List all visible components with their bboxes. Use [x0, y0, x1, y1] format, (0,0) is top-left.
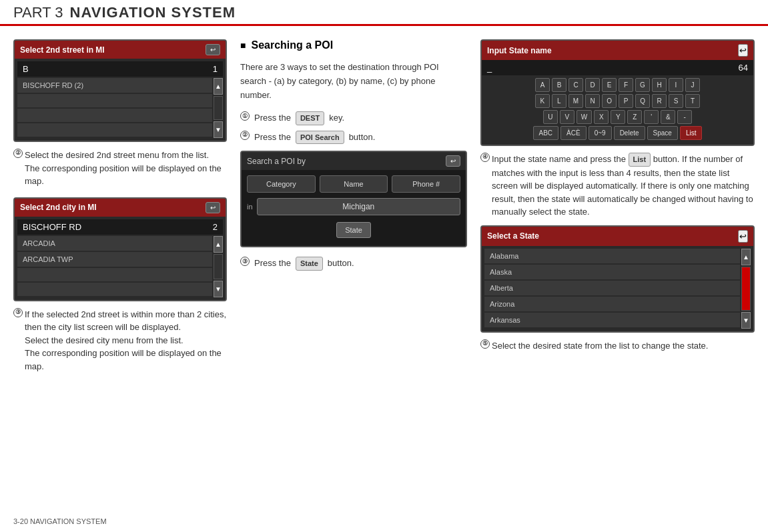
kbd-input-value: _ — [487, 63, 492, 73]
kbd-key-H[interactable]: H — [652, 78, 667, 92]
kbd-key-ace[interactable]: ÀCÈ — [560, 126, 587, 140]
kbd-key-B[interactable]: B — [552, 78, 566, 92]
kbd-key-X[interactable]: X — [594, 110, 609, 124]
kbd-key-J[interactable]: J — [685, 78, 700, 92]
scroll-down-btn[interactable]: ▼ — [214, 121, 223, 138]
kbd-row-2: K L M N O P Q R S T — [484, 94, 751, 108]
kbd-key-I[interactable]: I — [669, 78, 683, 92]
category-btn[interactable]: Category — [247, 175, 316, 193]
screen1-back-btn[interactable]: ↩ — [206, 44, 220, 55]
kbd-key-abc[interactable]: ABC — [533, 126, 559, 140]
list-item[interactable]: ARCADIA — [17, 236, 212, 251]
kbd-key-C[interactable]: C — [568, 78, 583, 92]
screen2-input-value: BISCHOFF RD — [23, 222, 81, 232]
step-circle-3: ③ — [13, 308, 23, 317]
state-scroll-area: Alabama Alaska Alberta Arizona Arkansas … — [484, 249, 751, 329]
scroll-track — [741, 267, 751, 311]
list-item[interactable]: Alberta — [484, 281, 740, 295]
step-num-2: ② — [240, 131, 250, 140]
name-btn[interactable]: Name — [320, 175, 388, 193]
kbd-key-V[interactable]: V — [560, 110, 574, 124]
list-item[interactable]: Arkansas — [484, 313, 740, 327]
kbd-key-delete[interactable]: Delete — [614, 126, 645, 140]
poi-in-label: in — [247, 203, 253, 211]
kbd-key-09[interactable]: 0~9 — [589, 126, 612, 140]
list-item[interactable] — [17, 283, 212, 296]
kbd-key-space[interactable]: Space — [647, 126, 678, 140]
list-item[interactable]: Alabama — [484, 249, 740, 263]
kbd-key-G[interactable]: G — [635, 78, 650, 92]
kbd-key-F[interactable]: F — [619, 78, 633, 92]
footer-text: 3-20 NAVIGATION SYSTEM — [13, 517, 107, 525]
poi-state-btn[interactable]: State — [336, 222, 371, 238]
poi-screen-header: Search a POI by ↩ — [242, 152, 466, 170]
kbd-row-1: A B C D E F G H I J — [484, 78, 751, 92]
step-circle-5: ⑤ — [480, 339, 490, 349]
kbd-key-K[interactable]: K — [535, 94, 550, 108]
list-item[interactable]: BISCHOFF RD (2) — [17, 78, 212, 93]
intro-text: There are 3 ways to set the destination … — [240, 61, 467, 102]
poi-back-btn[interactable]: ↩ — [446, 155, 460, 167]
list-item[interactable] — [17, 123, 212, 137]
kbd-key-E[interactable]: E — [602, 78, 617, 92]
kbd-key-U[interactable]: U — [543, 110, 558, 124]
kbd-key-S[interactable]: S — [669, 94, 683, 108]
kbd-key-list[interactable]: List — [680, 126, 703, 140]
kbd-key-R[interactable]: R — [652, 94, 667, 108]
kbd-key-M[interactable]: M — [568, 94, 583, 108]
poi-search-button-label[interactable]: POI Search — [296, 131, 344, 145]
list-item[interactable] — [17, 268, 212, 281]
state-button-label[interactable]: State — [296, 257, 323, 271]
dest-button-label[interactable]: DEST — [296, 111, 324, 125]
screen2-list: ARCADIA ARCADIA TWP — [17, 236, 212, 297]
state-select-screen: Select a State ↩ Alabama Alaska Alberta … — [480, 225, 755, 333]
city-select-screen-2: Select 2nd city in MI ↩ BISCHOFF RD 2 AR… — [13, 197, 227, 301]
kbd-key-W[interactable]: W — [577, 110, 592, 124]
kbd-key-Y[interactable]: Y — [611, 110, 625, 124]
scroll-up-btn[interactable]: ▲ — [214, 236, 223, 253]
screen1-input: B 1 — [17, 61, 223, 77]
scroll-down-btn[interactable]: ▼ — [741, 312, 751, 329]
list-item[interactable] — [17, 109, 212, 122]
step-1: ① Press the DEST key. — [240, 111, 467, 125]
poi-location-row: in Michigan — [247, 198, 460, 215]
kbd-back-btn[interactable]: ↩ — [738, 44, 748, 57]
poi-location-btn[interactable]: Michigan — [257, 198, 460, 215]
kbd-key-P[interactable]: P — [619, 94, 633, 108]
kbd-key-T[interactable]: T — [685, 94, 700, 108]
scroll-track — [214, 254, 223, 279]
kbd-body: A B C D E F G H I J K L M N O — [482, 75, 753, 145]
kbd-key-apostrophe[interactable]: ' — [644, 110, 659, 124]
screen2-back-btn[interactable]: ↩ — [206, 202, 220, 213]
scroll-down-btn[interactable]: ▼ — [214, 281, 223, 297]
kbd-input-count: 64 — [739, 63, 748, 73]
scroll-track — [214, 96, 223, 120]
kbd-key-O[interactable]: O — [602, 94, 617, 108]
kbd-key-Z[interactable]: Z — [627, 110, 642, 124]
kbd-key-D[interactable]: D — [585, 78, 600, 92]
section-title: Searching a POI — [240, 39, 467, 51]
middle-column: Searching a POI There are 3 ways to set … — [240, 39, 467, 521]
scroll-up-btn[interactable]: ▲ — [741, 249, 751, 265]
scroll-up-btn[interactable]: ▲ — [214, 78, 223, 95]
kbd-key-N[interactable]: N — [585, 94, 600, 108]
kbd-key-A[interactable]: A — [535, 78, 550, 92]
kbd-input-row: _ 64 — [482, 60, 753, 75]
street-select-screen-1: Select 2nd street in MI ↩ B 1 BISCHOFF R… — [13, 39, 227, 142]
kbd-key-ampersand[interactable]: & — [661, 110, 675, 124]
step-num-1: ① — [240, 111, 250, 121]
page-title: NAVIGATION SYSTEM — [70, 4, 236, 21]
list-item[interactable]: Arizona — [484, 297, 740, 311]
list-btn-inline[interactable]: List — [629, 153, 651, 167]
list-item[interactable] — [17, 94, 212, 107]
poi-screen-title: Search a POI by — [247, 157, 306, 166]
kbd-key-Q[interactable]: Q — [635, 94, 650, 108]
desc-step-2: ③ If the selected 2nd street is within m… — [13, 308, 227, 373]
state-back-btn[interactable]: ↩ — [738, 230, 748, 243]
list-item[interactable]: Alaska — [484, 265, 740, 279]
kbd-key-L[interactable]: L — [552, 94, 566, 108]
phone-btn[interactable]: Phone # — [392, 175, 460, 193]
kbd-row-bottom: ABC ÀCÈ 0~9 Delete Space List — [484, 126, 751, 140]
kbd-key-hyphen[interactable]: - — [677, 110, 692, 124]
list-item[interactable]: ARCADIA TWP — [17, 252, 212, 267]
